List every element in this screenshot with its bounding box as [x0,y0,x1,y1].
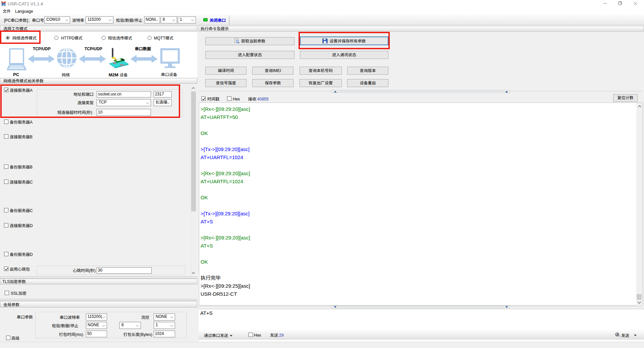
svg-text:TCP/UDP: TCP/UDP [85,47,102,51]
svg-text:串口数据: 串口数据 [135,46,151,51]
svg-text:网络: 网络 [62,72,70,77]
svg-text:TCP/UDP: TCP/UDP [33,47,51,51]
svg-text:串口设备: 串口设备 [161,71,177,77]
svg-text:PC: PC [13,72,19,77]
svg-text:M2M 设备: M2M 设备 [109,72,128,77]
